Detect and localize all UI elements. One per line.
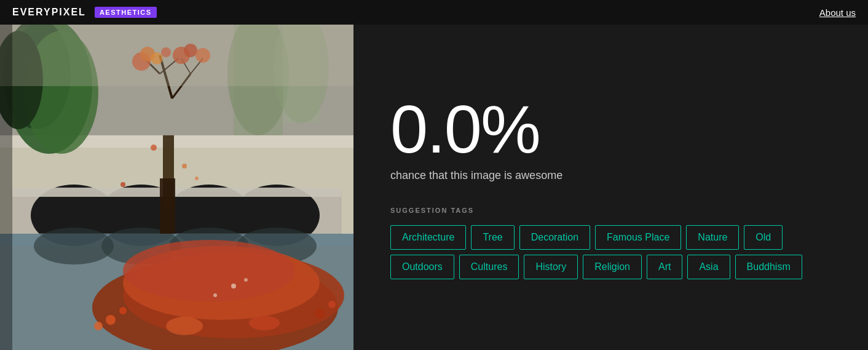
main-content: 0.0% chance that this image is awesome S… — [0, 25, 868, 350]
tag-history[interactable]: History — [524, 255, 578, 279]
suggestion-tags-label: SUGGESTION TAGS — [390, 207, 831, 214]
aesthetics-badge: AESTHETICS — [95, 7, 157, 18]
painting — [0, 25, 353, 350]
logo: EVERYPIXEL — [12, 7, 86, 18]
tag-outdoors[interactable]: Outdoors — [390, 255, 454, 279]
header-left: EVERYPIXEL AESTHETICS — [12, 7, 157, 18]
tag-famous-place[interactable]: Famous Place — [595, 225, 681, 250]
tag-cultures[interactable]: Cultures — [459, 255, 519, 279]
tag-asia[interactable]: Asia — [687, 255, 730, 279]
tag-religion[interactable]: Religion — [583, 255, 642, 279]
tag-nature[interactable]: Nature — [686, 225, 739, 250]
tag-old[interactable]: Old — [744, 225, 783, 250]
subtitle-text: chance that this image is awesome — [390, 169, 831, 182]
image-panel — [0, 25, 353, 350]
logo-text: EVERYPIXEL — [12, 7, 86, 18]
tag-buddhism[interactable]: Buddhism — [735, 255, 802, 279]
percentage-value: 0.0% — [390, 95, 831, 163]
header: EVERYPIXEL AESTHETICS About us — [0, 0, 868, 25]
tag-architecture[interactable]: Architecture — [390, 225, 466, 250]
tags-container: ArchitectureTreeDecorationFamous PlaceNa… — [390, 225, 831, 279]
tag-decoration[interactable]: Decoration — [519, 225, 590, 250]
tag-art[interactable]: Art — [647, 255, 682, 279]
about-us-link[interactable]: About us — [819, 7, 856, 18]
right-panel: 0.0% chance that this image is awesome S… — [353, 25, 868, 350]
tag-tree[interactable]: Tree — [471, 225, 514, 250]
